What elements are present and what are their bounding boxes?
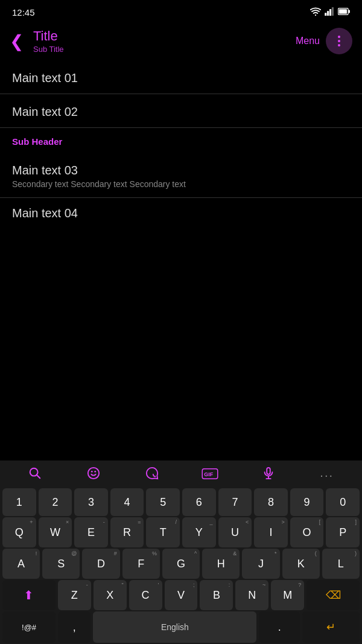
key-b[interactable]: :B xyxy=(200,580,233,610)
space-key[interactable]: English xyxy=(93,611,256,643)
back-button[interactable]: ❮ xyxy=(10,31,24,51)
title-group: Title Sub Title xyxy=(33,28,296,53)
key-z[interactable]: -Z xyxy=(58,580,91,610)
more-icon[interactable]: ··· xyxy=(297,468,356,482)
svg-rect-7 xyxy=(339,9,347,14)
key-d[interactable]: #D xyxy=(82,549,119,579)
status-time: 12:45 xyxy=(12,7,35,18)
key-0[interactable]: 0 xyxy=(326,488,360,516)
number-row: 1 2 3 4 5 6 7 8 9 0 xyxy=(2,488,360,516)
sub-header: Sub Header xyxy=(0,128,362,153)
svg-line-9 xyxy=(37,475,40,478)
symbols-key[interactable]: !@# xyxy=(2,611,56,643)
enter-key[interactable]: ↵ xyxy=(302,611,360,643)
list-item-main: Main text 03 xyxy=(12,164,350,177)
more-dots-icon xyxy=(338,36,340,46)
key-r[interactable]: =R xyxy=(110,517,144,547)
key-t[interactable]: /T xyxy=(146,517,180,547)
list-item-secondary: Secondary text Secondary text Secondary … xyxy=(12,179,350,189)
svg-rect-3 xyxy=(329,9,331,16)
list-item: Main text 02 xyxy=(0,94,362,128)
key-f[interactable]: %F xyxy=(122,549,160,579)
backspace-key[interactable]: ⌫ xyxy=(306,580,360,610)
svg-rect-2 xyxy=(327,11,329,16)
key-u[interactable]: <U xyxy=(218,517,252,547)
emoji-icon[interactable] xyxy=(65,467,123,483)
signal-icon xyxy=(325,7,334,18)
keyboard: GIF ··· 1 2 3 4 5 6 7 8 9 0 +Q ×W -E =R … xyxy=(0,461,362,644)
svg-rect-1 xyxy=(325,13,326,16)
key-1[interactable]: 1 xyxy=(2,488,36,516)
content-list: Main text 01 Main text 02 Sub Header Mai… xyxy=(0,60,362,223)
key-a[interactable]: !A xyxy=(2,549,40,579)
gif-icon[interactable]: GIF xyxy=(181,467,240,483)
key-v[interactable]: ;V xyxy=(165,580,198,610)
status-icons xyxy=(310,7,350,18)
qwerty-row: +Q ×W -E =R /T _Y <U >I [O ]P xyxy=(2,517,360,547)
list-item-main: Main text 01 xyxy=(12,71,350,85)
key-e[interactable]: -E xyxy=(74,517,108,547)
svg-text:GIF: GIF xyxy=(205,471,214,477)
key-g[interactable]: ^G xyxy=(162,549,200,579)
status-bar: 12:45 xyxy=(0,0,362,22)
zxcv-row: ⬆ -Z "X 'C ;V :B ~N ?M ⌫ xyxy=(2,580,360,610)
key-7[interactable]: 7 xyxy=(218,488,252,516)
comma-key[interactable]: , xyxy=(58,611,91,643)
period-key[interactable]: . xyxy=(259,611,300,643)
wifi-icon xyxy=(310,7,321,18)
key-3[interactable]: 3 xyxy=(74,488,108,516)
search-icon[interactable] xyxy=(6,467,65,483)
svg-point-10 xyxy=(88,468,99,479)
key-k[interactable]: (K xyxy=(282,549,320,579)
list-item-main: Main text 02 xyxy=(12,105,350,119)
list-item-partial: Main text 04 xyxy=(0,198,362,223)
bottom-row: !@# , English . ↵ xyxy=(2,611,360,643)
key-8[interactable]: 8 xyxy=(254,488,288,516)
key-h[interactable]: &H xyxy=(202,549,240,579)
key-q[interactable]: +Q xyxy=(2,517,36,547)
mic-icon[interactable] xyxy=(240,467,298,483)
keyboard-toolbar: GIF ··· xyxy=(0,461,362,487)
key-s[interactable]: @S xyxy=(42,549,80,579)
list-item: Main text 03 Secondary text Secondary te… xyxy=(0,153,362,198)
key-9[interactable]: 9 xyxy=(290,488,324,516)
svg-rect-6 xyxy=(349,10,351,13)
key-4[interactable]: 4 xyxy=(110,488,144,516)
app-subtitle: Sub Title xyxy=(33,45,296,54)
key-p[interactable]: ]P xyxy=(326,517,360,547)
key-5[interactable]: 5 xyxy=(146,488,180,516)
key-o[interactable]: [O xyxy=(290,517,324,547)
key-y[interactable]: _Y xyxy=(182,517,216,547)
key-j[interactable]: *J xyxy=(242,549,279,579)
shift-key[interactable]: ⬆ xyxy=(2,580,56,610)
menu-label[interactable]: Menu xyxy=(296,36,320,46)
asdf-row: !A @S #D %F ^G &H *J (K )L xyxy=(2,549,360,579)
svg-point-0 xyxy=(315,14,316,15)
key-w[interactable]: ×W xyxy=(39,517,72,547)
list-item: Main text 01 xyxy=(0,60,362,94)
key-2[interactable]: 2 xyxy=(39,488,72,516)
sticker-icon[interactable] xyxy=(122,467,181,483)
key-n[interactable]: ~N xyxy=(235,580,268,610)
app-title: Title xyxy=(33,28,296,44)
key-x[interactable]: "X xyxy=(94,580,127,610)
key-l[interactable]: )L xyxy=(322,549,360,579)
key-c[interactable]: 'C xyxy=(129,580,162,610)
battery-icon xyxy=(338,8,350,17)
svg-rect-4 xyxy=(332,7,334,16)
app-bar: ❮ Title Sub Title Menu xyxy=(0,22,362,60)
more-menu-button[interactable] xyxy=(326,28,352,54)
key-i[interactable]: >I xyxy=(254,517,288,547)
key-m[interactable]: ?M xyxy=(271,580,304,610)
list-item-main: Main text 04 xyxy=(12,206,350,220)
svg-rect-15 xyxy=(267,468,270,474)
key-6[interactable]: 6 xyxy=(182,488,216,516)
